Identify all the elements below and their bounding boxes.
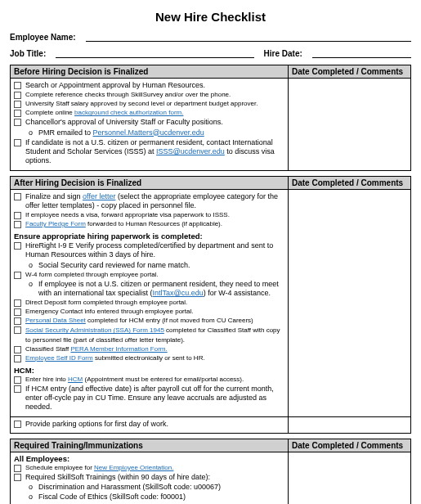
checkbox[interactable] [14, 421, 21, 428]
item-text: completed for HCM entry (if not moved fr… [86, 317, 253, 324]
item-text: Direct Deposit form completed through em… [25, 299, 187, 306]
job-title-label: Job Title: [10, 49, 46, 58]
checkbox[interactable] [14, 299, 21, 307]
employee-name-input[interactable] [86, 32, 411, 42]
checkbox[interactable] [14, 242, 21, 250]
isss-email-link[interactable]: ISSS@ucdenver.edu [156, 147, 225, 155]
neo-link[interactable]: New Employee Orientation. [94, 464, 173, 471]
checkbox[interactable] [14, 92, 21, 99]
checkbox[interactable] [14, 139, 21, 146]
personnel-email-link[interactable]: Personnel.Matters@ucdenver.edu [93, 128, 204, 137]
item-text: If HCM entry (and effective date) is aft… [25, 385, 274, 412]
checkbox[interactable] [14, 101, 21, 108]
section2-comments-header: Date Completed / Comments [289, 176, 411, 189]
checkbox[interactable] [14, 308, 21, 316]
section1-comments[interactable] [289, 79, 411, 171]
training-item: Discrimination and Harassment (SkillSoft… [38, 483, 221, 491]
hire-date-label: Hire Date: [264, 49, 302, 58]
item-text: Finalize and sign [25, 192, 83, 200]
item-text: (Appointment must be entered for email/p… [83, 376, 244, 383]
ssa-link[interactable]: Social Security Administration (SSA) For… [25, 326, 164, 334]
item-text: Schedule employee for [25, 464, 94, 471]
pera-link[interactable]: PERA Member Information Form. [70, 345, 167, 353]
section-training: Required Training/Immunizations Date Com… [10, 439, 411, 504]
checkbox[interactable] [14, 110, 21, 117]
hcm-link[interactable]: HCM [68, 376, 83, 383]
item-text: Classified Staff [25, 345, 70, 353]
employee-name-row: Employee Name: [10, 32, 411, 42]
checkbox[interactable] [14, 317, 21, 325]
section2-header: After Hiring Decision is Finalized [11, 176, 289, 189]
job-hire-row: Job Title: Hire Date: [10, 48, 411, 58]
checkbox[interactable] [14, 376, 21, 384]
checkbox[interactable] [14, 326, 21, 334]
item-text: Enter hire into [25, 376, 68, 383]
checkbox[interactable] [14, 465, 21, 472]
item-text: Emergency Contact info entered through e… [25, 308, 193, 315]
employee-name-label: Employee Name: [10, 33, 76, 42]
item-text: W-4 form completed through employee port… [25, 271, 159, 278]
offer-letter-link[interactable]: offer letter [83, 192, 115, 200]
pds-link[interactable]: Personal Data Sheet [25, 317, 86, 324]
item-text: Search or Appointment approval by Human … [25, 81, 205, 89]
item-text: submitted electronically or sent to HR. [93, 354, 205, 362]
section-after-hiring: After Hiring Decision is Finalized Date … [10, 176, 411, 434]
section2-comments-a[interactable] [289, 189, 411, 416]
section3-comments[interactable] [289, 452, 411, 504]
section2-comments-b[interactable] [289, 416, 411, 433]
hire-date-input[interactable] [312, 48, 411, 58]
item-text: HireRight I-9 E Verify process completed… [25, 241, 273, 259]
checkbox[interactable] [14, 355, 21, 362]
checkbox[interactable] [14, 474, 21, 481]
checkbox[interactable] [14, 272, 21, 279]
sub-text: PMR emailed to [38, 128, 93, 137]
intltax-link[interactable]: IntlTax@cu.edu [153, 289, 204, 297]
item-text: University Staff salary approved by seco… [25, 100, 258, 107]
item-text: Complete reference checks through SkillS… [25, 91, 231, 98]
hcm-heading: HCM: [14, 366, 284, 375]
section3-header: Required Training/Immunizations [11, 439, 289, 452]
section1-comments-header: Date Completed / Comments [289, 65, 411, 79]
all-employees-heading: All Employees: [14, 454, 284, 463]
paperwork-heading: Ensure appropriate hiring paperwork is c… [14, 232, 284, 241]
item-text: Provide parking options for first day of… [25, 420, 168, 428]
section1-header: Before Hiring Decision is Finalized [11, 65, 289, 79]
checkbox[interactable] [14, 385, 21, 393]
section2-body-b: Provide parking options for first day of… [11, 416, 289, 433]
section3-comments-header: Date Completed / Comments [289, 439, 411, 452]
item-text: Chancellor's approval of University Staf… [25, 118, 223, 126]
section1-body: Search or Appointment approval by Human … [11, 79, 289, 171]
checkbox[interactable] [14, 212, 21, 219]
section3-body: All Employees: Schedule employee for New… [11, 452, 289, 504]
item-text: If employee needs a visa, forward approp… [25, 211, 230, 218]
item-text: Required SkillSoft Trainings (within 90 … [25, 473, 210, 481]
item-text: forwarded to Human Resources (if applica… [86, 220, 222, 227]
faculty-pledge-link[interactable]: Faculty Pledge Form [25, 220, 86, 227]
selfid-link[interactable]: Employee Self ID Form [25, 354, 93, 362]
bg-check-link[interactable]: background check authorization form. [74, 109, 183, 116]
checkbox[interactable] [14, 82, 21, 89]
item-text: Complete online [25, 109, 74, 116]
section2-body-a: Finalize and sign offer letter (select t… [11, 189, 289, 416]
page-title: New Hire Checklist [10, 10, 411, 24]
checkbox[interactable] [14, 221, 21, 228]
checkbox[interactable] [14, 346, 21, 353]
section-before-hiring: Before Hiring Decision is Finalized Date… [10, 65, 411, 171]
sub-text: Social Security card reviewed for name m… [38, 261, 190, 269]
job-title-input[interactable] [56, 48, 253, 58]
checkbox[interactable] [14, 119, 21, 126]
sub-text: ) for W-4 assistance. [204, 289, 271, 297]
training-item: Fiscal Code of Ethics (SkillSoft code: f… [38, 493, 186, 501]
checkbox[interactable] [14, 193, 21, 200]
